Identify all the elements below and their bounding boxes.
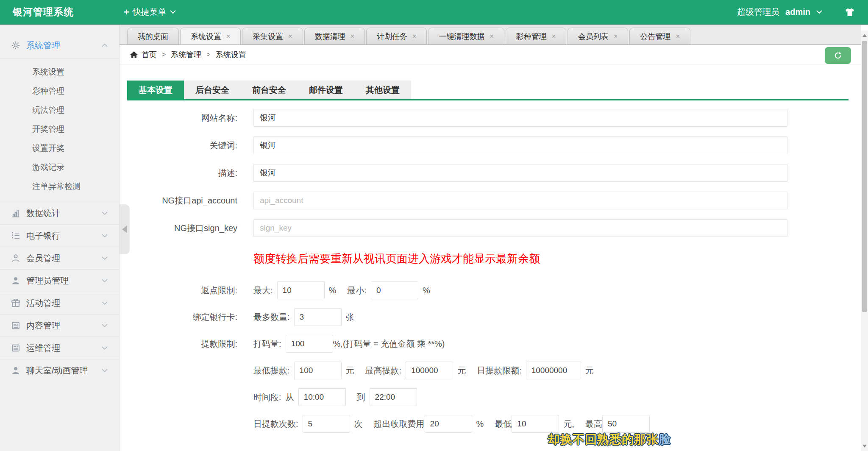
rebate-min-input[interactable] — [371, 281, 418, 299]
sidebar-item-play-mgmt[interactable]: 玩法管理 — [0, 100, 119, 120]
bank-card-count-input[interactable] — [294, 308, 342, 326]
subtitle-last-char: 脸 — [659, 433, 671, 446]
scrollbar[interactable] — [861, 31, 868, 451]
subtab-basic[interactable]: 基本设置 — [127, 81, 184, 99]
form-row-ng-account: NG接口api_account — [127, 192, 849, 209]
window-tabstrip: 我的桌面 系统设置 × 采集设置 × 数据清理 × 计划任务 × 一键清理数据 … — [120, 25, 861, 45]
subtab-backend-security[interactable]: 后台安全 — [184, 81, 241, 99]
sidebar-item-system-settings[interactable]: 系统设置 — [0, 62, 119, 81]
field-label: NG接口api_account — [127, 195, 237, 206]
close-icon[interactable]: × — [351, 33, 354, 40]
daily-limit-input[interactable] — [526, 362, 581, 379]
sidebar-collapse-handle[interactable] — [120, 204, 130, 254]
tab-collect-settings[interactable]: 采集设置 × — [242, 28, 303, 45]
sidebar-group-content[interactable]: 内容管理 — [0, 315, 119, 337]
tab-lottery-mgmt[interactable]: 彩种管理 × — [506, 28, 566, 45]
sidebar-group-label: 电子银行 — [26, 230, 101, 242]
sidebar-group-activities[interactable]: 活动管理 — [0, 292, 119, 314]
min-withdraw-input[interactable] — [294, 362, 342, 379]
keywords-input[interactable] — [253, 136, 787, 154]
tab-data-cleanup[interactable]: 数据清理 × — [304, 28, 365, 45]
fee-max-input[interactable] — [602, 415, 650, 433]
gift-icon — [11, 298, 20, 308]
rebate-min-label: 最小: — [347, 285, 367, 296]
field-label: 描述: — [127, 167, 237, 179]
tab-label: 彩种管理 — [516, 28, 547, 45]
percent-unit: % — [329, 286, 337, 295]
site-name-input[interactable] — [253, 109, 787, 127]
gear-icon — [11, 41, 20, 50]
sidebar-group-chatroom[interactable]: 聊天室/动画管理 — [0, 359, 119, 381]
sidebar-group-label: 会员管理 — [26, 253, 101, 264]
scroll-up-arrow-icon[interactable] — [862, 34, 867, 37]
close-icon[interactable]: × — [614, 33, 618, 40]
basic-settings-form: 网站名称: 关键词: 描述: NG接口api_account NG接口sign_ — [127, 109, 849, 433]
ng-api-account-input[interactable] — [253, 192, 787, 209]
field-label: NG接口sign_key — [127, 223, 237, 234]
percent-unit: % — [423, 286, 430, 295]
bet-volume-input[interactable] — [286, 335, 333, 353]
sidebar-group-ebank[interactable]: 电子银行 — [0, 225, 119, 247]
sidebar-item-draw-mgmt[interactable]: 开奖管理 — [0, 120, 119, 139]
chevron-down-icon — [170, 10, 176, 14]
to-label: 到 — [357, 392, 365, 403]
tab-one-key-cleanup[interactable]: 一键清理数据 × — [428, 28, 504, 45]
subtab-other[interactable]: 其他设置 — [354, 81, 411, 99]
field-label: 关键词: — [127, 140, 237, 151]
refresh-button[interactable] — [825, 47, 851, 64]
sidebar-group-label: 数据统计 — [26, 208, 101, 219]
rebate-max-input[interactable] — [277, 281, 325, 299]
theme-shirt-icon[interactable] — [844, 8, 855, 17]
sidebar-item-lottery-mgmt[interactable]: 彩种管理 — [0, 81, 119, 100]
sidebar-group-statistics[interactable]: 数据统计 — [0, 202, 119, 224]
chevron-down-icon — [101, 256, 108, 260]
tab-my-desktop[interactable]: 我的桌面 — [127, 28, 179, 45]
scrollbar-thumb[interactable] — [862, 41, 867, 312]
close-icon[interactable]: × — [288, 33, 292, 40]
close-icon[interactable]: × — [226, 33, 230, 40]
video-subtitle-overlay: 却换不回熟悉的那张脸 — [548, 432, 671, 448]
daily-limit-label: 日提款限额: — [477, 365, 522, 376]
daily-times-input[interactable] — [303, 415, 350, 433]
tab-scheduled-tasks[interactable]: 计划任务 × — [366, 28, 427, 45]
fee-min-input[interactable] — [512, 415, 559, 433]
sidebar-item-game-records[interactable]: 游戏记录 — [0, 158, 119, 177]
close-icon[interactable]: × — [490, 33, 493, 40]
sidebar-group-admins[interactable]: 管理员管理 — [0, 270, 119, 292]
user-menu[interactable]: 超级管理员 admin — [737, 6, 822, 18]
subtitle-text: 却换不回熟悉的那张 — [548, 433, 659, 446]
form-row-ng-sign-key: NG接口sign_key — [127, 219, 849, 237]
close-icon[interactable]: × — [412, 33, 416, 40]
sidebar-item-bet-anomaly[interactable]: 注单异常检测 — [0, 177, 119, 196]
sidebar-item-set-draw[interactable]: 设置开奖 — [0, 139, 119, 158]
subtab-mail[interactable]: 邮件设置 — [298, 81, 354, 99]
refresh-icon — [833, 50, 843, 61]
sidebar-group-label: 运维管理 — [26, 342, 101, 354]
breadcrumb-level1[interactable]: 系统管理 — [171, 50, 201, 60]
fee-max-label: 最高 — [585, 418, 602, 430]
tab-member-list[interactable]: 会员列表 × — [568, 28, 628, 45]
tab-system-settings[interactable]: 系统设置 × — [180, 28, 241, 45]
description-input[interactable] — [253, 164, 787, 182]
time-from-input[interactable] — [298, 388, 346, 406]
tab-label: 系统设置 — [191, 28, 221, 45]
sidebar: 系统管理 系统设置 彩种管理 玩法管理 开奖管理 设置开奖 游戏记录 注单异常检… — [0, 25, 120, 451]
ng-sign-key-input[interactable] — [253, 219, 787, 237]
quick-menu-button[interactable]: + 快捷菜单 — [124, 6, 176, 18]
max-withdraw-input[interactable] — [406, 362, 453, 379]
sidebar-group-members[interactable]: 会员管理 — [0, 247, 119, 269]
tab-announcement-mgmt[interactable]: 公告管理 × — [629, 28, 690, 45]
close-icon[interactable]: × — [676, 33, 679, 40]
breadcrumb-home[interactable]: 首页 — [142, 50, 157, 60]
sidebar-group-system[interactable]: 系统管理 — [0, 32, 119, 58]
scroll-down-arrow-icon[interactable] — [862, 445, 867, 448]
time-to-input[interactable] — [370, 388, 417, 406]
breadcrumb-separator: > — [162, 51, 166, 58]
sidebar-group-ops[interactable]: 运维管理 — [0, 337, 119, 359]
excess-fee-input[interactable] — [425, 415, 472, 433]
fee-min-label: 最低 — [495, 418, 512, 430]
form-row-keywords: 关键词: — [127, 136, 849, 154]
subtab-frontend-security[interactable]: 前台安全 — [241, 81, 298, 99]
field-label: 绑定银行卡: — [127, 312, 237, 323]
close-icon[interactable]: × — [552, 33, 556, 40]
